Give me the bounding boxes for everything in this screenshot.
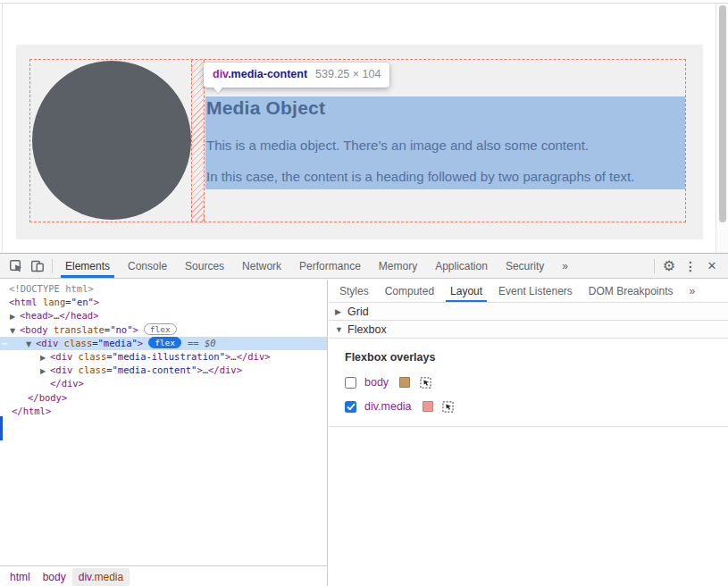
tree-row-close-html[interactable]: </html> <box>0 405 327 418</box>
code-segment: class <box>79 364 107 375</box>
section-grid[interactable]: ▶Grid <box>329 303 728 321</box>
overlay-element-link-div-media[interactable]: div.media <box>364 400 412 413</box>
code-segment: </html> <box>12 406 51 416</box>
tab-more-icon[interactable]: » <box>553 254 577 278</box>
expand-arrow-down-icon[interactable]: ▼ <box>10 324 15 338</box>
inspect-tooltip: div.media-content539.25 × 104 <box>204 63 389 88</box>
sidebar-tab-event-listeners[interactable]: Event Listeners <box>490 280 581 302</box>
row-overflow-dots[interactable]: ⋯ <box>2 337 8 350</box>
page-scrollbar[interactable] <box>715 4 728 253</box>
overlay-row-div-media: div.media <box>345 399 728 414</box>
select-element-icon[interactable] <box>442 400 455 413</box>
crumb-div-media[interactable]: div.media <box>72 568 130 586</box>
section-flexbox[interactable]: ▼Flexbox <box>329 321 728 339</box>
code-segment: "media" <box>98 338 138 348</box>
overlay-element-link-body[interactable]: body <box>364 376 389 389</box>
tree-row-div-media[interactable]: ⋯▼<div class="media">flex== $0 <box>0 337 327 350</box>
code-segment: > <box>132 324 138 335</box>
code-segment: "media-illustration" <box>113 351 225 362</box>
sidebar-tab-dom-breakpoints[interactable]: DOM Breakpoints <box>581 280 682 302</box>
settings-gear-icon[interactable]: ⚙ <box>658 255 680 277</box>
code-segment: <!DOCTYPE html> <box>9 283 94 294</box>
dollar-zero-hint: == $0 <box>188 338 216 348</box>
code-segment: <div <box>36 338 64 348</box>
code-segment: "media-content" <box>113 364 197 375</box>
code-segment: lang <box>43 297 65 307</box>
code-segment: <html <box>9 297 43 307</box>
tab-security[interactable]: Security <box>497 254 553 278</box>
code-segment: <head> <box>20 310 54 321</box>
overlay-color-swatch-body[interactable] <box>399 377 410 388</box>
section-arrow-down-icon[interactable]: ▼ <box>335 325 347 334</box>
tree-row-html[interactable]: <html lang="en"> <box>0 296 327 309</box>
toolbar-separator-right <box>654 259 655 273</box>
overlay-color-swatch-div-media[interactable] <box>423 401 433 412</box>
kebab-menu-icon[interactable]: ⋮ <box>680 255 701 277</box>
media-paragraph-1: This is a media object. There’s an image… <box>206 138 589 153</box>
overlay-checkbox-body[interactable] <box>345 377 356 389</box>
sidebar-tab-computed[interactable]: Computed <box>377 280 442 302</box>
tooltip-arrow <box>213 87 223 93</box>
tooltip-class: .media-content <box>228 68 307 80</box>
layout-sections: ▶Grid▼Flexbox <box>329 303 728 339</box>
expand-arrow-right-icon[interactable]: ▶ <box>40 351 46 364</box>
expand-arrow-right-icon[interactable]: ▶ <box>40 364 46 378</box>
scrollbar-thumb[interactable] <box>719 5 726 222</box>
select-element-icon[interactable] <box>419 376 431 389</box>
page-preview: Media Object This is a media object. The… <box>0 0 728 253</box>
sidebar-tab-styles[interactable]: Styles <box>331 280 377 302</box>
tree-row-head[interactable]: ▶<head>…</head> <box>0 309 327 322</box>
toolbar-separator <box>52 259 53 273</box>
overlay-checkbox-div-media[interactable] <box>345 401 356 413</box>
crumb-body[interactable]: body <box>37 568 72 586</box>
tree-row-body[interactable]: ▼<body translate="no">flex <box>0 323 327 337</box>
expand-arrow-right-icon[interactable]: ▶ <box>10 310 15 323</box>
code-segment: "no" <box>110 324 132 335</box>
flexbox-overlay-list: bodydiv.media <box>345 375 728 414</box>
crumb-html[interactable]: html <box>4 568 37 586</box>
dom-tree: <!DOCTYPE html><html lang="en">▶<head>…<… <box>0 280 327 565</box>
media-paragraph-2: In this case, the content is a heading f… <box>206 169 634 184</box>
code-segment: <div <box>50 364 79 375</box>
expand-arrow-down-icon[interactable]: ▼ <box>26 338 31 351</box>
flex-badge-active[interactable]: flex <box>148 337 181 348</box>
tab-network[interactable]: Network <box>233 254 290 278</box>
crumb-part: body <box>43 571 66 583</box>
overlay-row-body: body <box>345 375 728 389</box>
sidebar-tab-layout[interactable]: Layout <box>442 280 490 302</box>
elements-dom-panel: <!DOCTYPE html><html lang="en">▶<head>…<… <box>0 280 328 586</box>
section-label: Grid <box>347 306 369 318</box>
code-segment: translate <box>54 324 105 335</box>
sidebar-tab-more-icon[interactable]: » <box>682 280 704 302</box>
tree-row-close-div[interactable]: </div> <box>0 377 327 390</box>
inspect-element-icon[interactable] <box>5 255 27 277</box>
tab-console[interactable]: Console <box>119 254 176 278</box>
flex-badge-inactive[interactable]: flex <box>144 323 177 335</box>
tab-performance[interactable]: Performance <box>290 254 370 278</box>
code-segment: <div <box>50 351 79 362</box>
code-segment: > <box>138 338 143 348</box>
tree-row-close-body[interactable]: </body> <box>0 391 327 405</box>
tooltip-tag: div <box>213 68 228 80</box>
tab-sources[interactable]: Sources <box>176 254 233 278</box>
section-arrow-right-icon[interactable]: ▶ <box>335 307 347 316</box>
window-top-divider <box>0 3 728 4</box>
tab-application[interactable]: Application <box>426 254 497 278</box>
media-illustration-circle <box>32 61 191 220</box>
close-devtools-icon[interactable]: ✕ <box>701 255 723 277</box>
device-toolbar-icon[interactable] <box>27 255 48 277</box>
tab-elements[interactable]: Elements <box>56 254 119 278</box>
code-segment: class <box>64 338 93 348</box>
tab-memory[interactable]: Memory <box>370 254 426 278</box>
crumb-part: .media <box>91 571 123 583</box>
crumb-part: html <box>10 571 30 583</box>
code-segment: </div> <box>50 378 84 389</box>
tree-row-doctype[interactable]: <!DOCTYPE html> <box>0 282 327 296</box>
media-heading: Media Object <box>206 97 325 119</box>
tree-row-div-media-illustration[interactable]: ▶<div class="media-illustration">…</div> <box>0 350 327 364</box>
code-segment: </body> <box>28 392 67 403</box>
page-left-edge <box>2 4 3 252</box>
tree-row-div-media-content[interactable]: ▶<div class="media-content">…</div> <box>0 364 327 377</box>
code-segment: </div> <box>208 364 242 375</box>
code-segment: <body <box>20 324 54 335</box>
